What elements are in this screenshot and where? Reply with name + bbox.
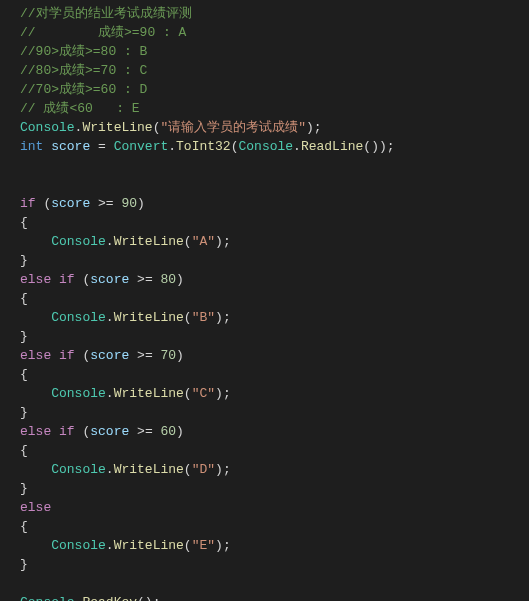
string: "请输入学员的考试成绩" — [160, 120, 306, 135]
variable: score — [51, 196, 90, 211]
punct: ( — [184, 310, 192, 325]
control: if — [59, 272, 75, 287]
punct: >= — [129, 424, 160, 439]
brace: } — [20, 481, 28, 496]
punct: ); — [215, 538, 231, 553]
control: if — [59, 424, 75, 439]
code-line: else if (score >= 80) — [0, 270, 529, 289]
punct: . — [106, 310, 114, 325]
method: ToInt32 — [176, 139, 231, 154]
method: ReadKey — [82, 595, 137, 601]
method: WriteLine — [114, 462, 184, 477]
punct: ); — [215, 462, 231, 477]
punct: . — [106, 462, 114, 477]
punct: ); — [215, 386, 231, 401]
comment: // 成绩<60 : E — [20, 101, 140, 116]
brace: } — [20, 405, 28, 420]
brace: { — [20, 519, 28, 534]
control: else — [20, 272, 51, 287]
code-line: { — [0, 517, 529, 536]
brace: { — [20, 215, 28, 230]
punct: ) — [137, 196, 145, 211]
comment: //对学员的结业考试成绩评测 — [20, 6, 192, 21]
method: ReadLine — [301, 139, 363, 154]
punct: ( — [184, 462, 192, 477]
method: WriteLine — [114, 234, 184, 249]
punct: () — [137, 595, 153, 601]
comment-line: //90>成绩>=80 : B — [0, 42, 529, 61]
code-line: { — [0, 441, 529, 460]
code-line: else if (score >= 60) — [0, 422, 529, 441]
code-line: } — [0, 251, 529, 270]
type: Convert — [114, 139, 169, 154]
blank-line — [0, 574, 529, 593]
blank-line — [0, 175, 529, 194]
variable: score — [90, 424, 129, 439]
punct: () — [363, 139, 379, 154]
comment-line: //70>成绩>=60 : D — [0, 80, 529, 99]
type: Console — [51, 234, 106, 249]
code-line: else — [0, 498, 529, 517]
punct: ); — [379, 139, 395, 154]
code-block: //对学员的结业考试成绩评测 // 成绩>=90 : A //90>成绩>=80… — [0, 4, 529, 601]
brace: { — [20, 443, 28, 458]
code-line: if (score >= 90) — [0, 194, 529, 213]
brace: { — [20, 367, 28, 382]
punct: . — [106, 234, 114, 249]
method: WriteLine — [114, 538, 184, 553]
punct: >= — [90, 196, 121, 211]
type: Console — [238, 139, 293, 154]
comment-line: // 成绩<60 : E — [0, 99, 529, 118]
punct: ; — [153, 595, 161, 601]
comment-line: //对学员的结业考试成绩评测 — [0, 4, 529, 23]
variable: score — [51, 139, 90, 154]
code-line: } — [0, 327, 529, 346]
code-line: Console.ReadKey(); — [0, 593, 529, 601]
punct: . — [106, 386, 114, 401]
punct: . — [293, 139, 301, 154]
punct — [51, 424, 59, 439]
punct: ); — [306, 120, 322, 135]
variable: score — [90, 272, 129, 287]
punct: . — [168, 139, 176, 154]
number: 60 — [161, 424, 177, 439]
punct: ( — [184, 234, 192, 249]
brace: { — [20, 291, 28, 306]
punct — [51, 272, 59, 287]
control: else — [20, 348, 51, 363]
comment-line: //80>成绩>=70 : C — [0, 61, 529, 80]
comment: //70>成绩>=60 : D — [20, 82, 147, 97]
code-line: } — [0, 479, 529, 498]
method: WriteLine — [114, 386, 184, 401]
brace: } — [20, 253, 28, 268]
code-line: { — [0, 289, 529, 308]
keyword: int — [20, 139, 43, 154]
punct — [51, 348, 59, 363]
number: 80 — [161, 272, 177, 287]
punct: ) — [176, 424, 184, 439]
comment: //90>成绩>=80 : B — [20, 44, 147, 59]
code-line: Console.WriteLine("D"); — [0, 460, 529, 479]
number: 70 — [161, 348, 177, 363]
code-line: else if (score >= 70) — [0, 346, 529, 365]
punct: ) — [176, 272, 184, 287]
control: else — [20, 424, 51, 439]
punct: = — [90, 139, 113, 154]
punct: ) — [176, 348, 184, 363]
punct: ( — [184, 538, 192, 553]
code-line: Console.WriteLine("A"); — [0, 232, 529, 251]
code-line: Console.WriteLine("请输入学员的考试成绩"); — [0, 118, 529, 137]
type: Console — [51, 386, 106, 401]
punct: . — [106, 538, 114, 553]
type: Console — [51, 310, 106, 325]
method: WriteLine — [114, 310, 184, 325]
number: 90 — [121, 196, 137, 211]
code-line: } — [0, 403, 529, 422]
string: "D" — [192, 462, 215, 477]
blank-line — [0, 156, 529, 175]
punct: >= — [129, 272, 160, 287]
code-line: Console.WriteLine("B"); — [0, 308, 529, 327]
control: else — [20, 500, 51, 515]
code-line: { — [0, 213, 529, 232]
string: "E" — [192, 538, 215, 553]
